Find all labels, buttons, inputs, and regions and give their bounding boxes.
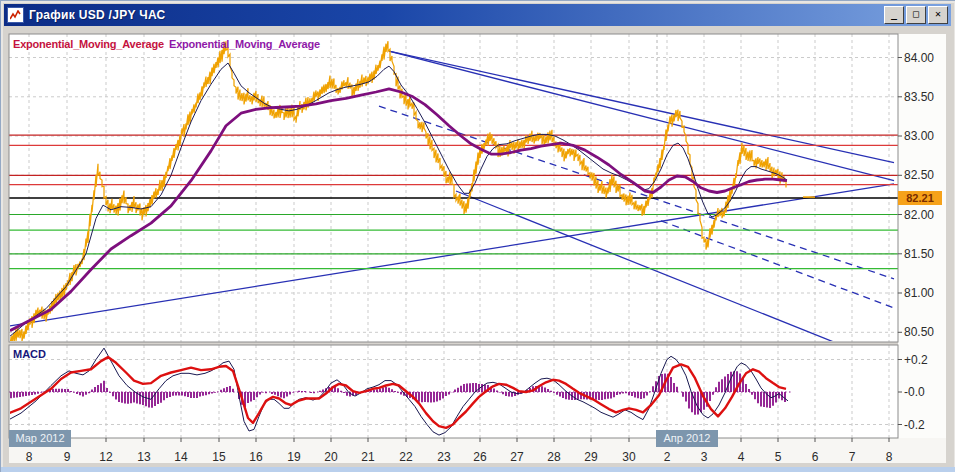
maximize-button[interactable]: □ (906, 6, 926, 24)
chart-canvas[interactable] (1, 1, 955, 472)
x-axis-day-label: 30 (616, 450, 642, 464)
x-axis-day-label: 8 (16, 450, 42, 464)
ema-indicator-label-2: Exponential_Moving_Average (169, 38, 320, 50)
y-axis-price-label: 84.00 (904, 51, 934, 65)
x-axis-day-label: 15 (206, 450, 232, 464)
y-axis-price-label: 80.50 (904, 325, 934, 339)
x-axis-day-label: 27 (504, 450, 530, 464)
x-axis-day-label: 4 (728, 450, 754, 464)
app-window: График USD /JPY ЧАС _ □ ✕ Exponential_Mo… (0, 0, 955, 472)
x-axis-day-label: 9 (54, 450, 80, 464)
x-axis-day-label: 29 (578, 450, 604, 464)
x-axis-day-label: 20 (318, 450, 344, 464)
x-axis-day-label: 12 (93, 450, 119, 464)
y-axis-price-label: 82.00 (904, 208, 934, 222)
minimize-button[interactable]: _ (884, 6, 904, 24)
month-badge-april: Апр 2012 (656, 430, 718, 447)
x-axis-day-label: 7 (839, 450, 865, 464)
x-axis-day-label: 14 (168, 450, 194, 464)
close-button[interactable]: ✕ (928, 6, 948, 24)
title-bar[interactable]: График USD /JPY ЧАС _ □ ✕ (4, 4, 951, 26)
x-axis-day-label: 6 (802, 450, 828, 464)
x-axis-day-label: 5 (765, 450, 791, 464)
x-axis-day-label: 19 (281, 450, 307, 464)
x-axis-day-label: 23 (431, 450, 457, 464)
x-axis-day-label: 28 (541, 450, 567, 464)
x-axis-day-label: 2 (654, 450, 680, 464)
y-axis-price-label: 82.50 (904, 168, 934, 182)
x-axis-day-label: 13 (131, 450, 157, 464)
x-axis-day-label: 22 (393, 450, 419, 464)
macd-axis-label: -0.0 (904, 385, 925, 399)
x-axis-day-label: 16 (243, 450, 269, 464)
y-axis-price-label: 81.00 (904, 286, 934, 300)
chart-window-icon (7, 7, 24, 23)
current-price-badge: 82.21 (898, 191, 942, 205)
y-axis-price-label: 83.50 (904, 90, 934, 104)
x-axis-day-label: 3 (691, 450, 717, 464)
y-axis-price-label: 83.00 (904, 129, 934, 143)
x-axis-day-label: 26 (467, 450, 493, 464)
macd-axis-label: -0.2 (904, 418, 925, 432)
x-axis-day-label: 8 (876, 450, 902, 464)
y-axis-price-label: 81.50 (904, 247, 934, 261)
macd-axis-label: +0.2 (904, 353, 928, 367)
macd-indicator-label: MACD (13, 348, 46, 360)
month-badge-march: Мар 2012 (9, 430, 71, 447)
ema-indicator-label-1: Exponential_Moving_Average (13, 38, 164, 50)
window-title: График USD /JPY ЧАС (29, 8, 882, 22)
x-axis-day-label: 21 (355, 450, 381, 464)
